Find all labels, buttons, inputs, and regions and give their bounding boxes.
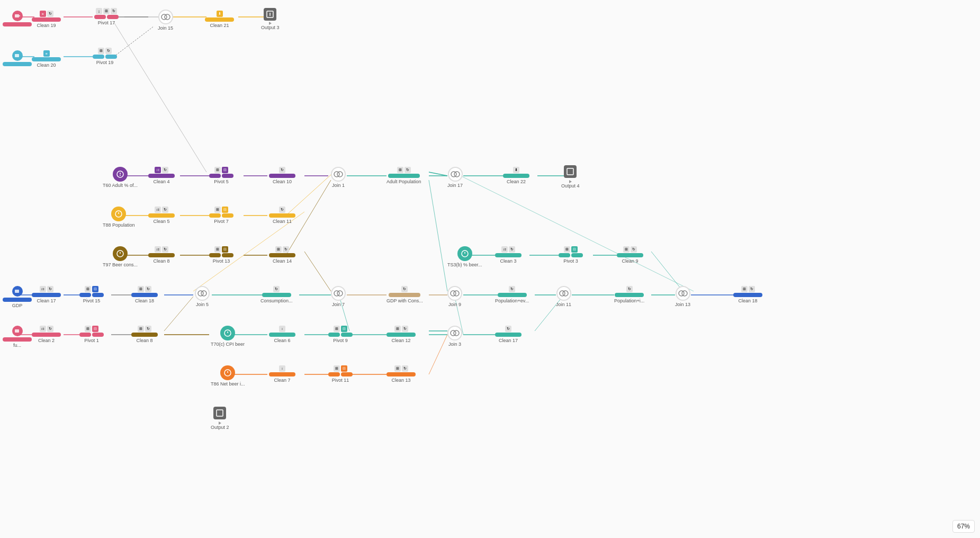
clean18b-node[interactable]: ⊞ ↻ Clean 18	[733, 286, 762, 303]
clean8b-icon2: ↻	[145, 326, 151, 332]
clean12-icon2: ↻	[402, 326, 408, 332]
clean5-sort-icon: ↕≡	[155, 207, 161, 213]
svg-point-95	[563, 291, 568, 296]
t60adult-node[interactable]: T60 Adult % of...	[103, 167, 138, 188]
output2-node[interactable]: Output 2	[211, 407, 229, 430]
ts3beer-node[interactable]: TS3(b) % beer...	[447, 246, 482, 267]
join13-node[interactable]: Join 13	[675, 286, 690, 307]
pophi-node[interactable]: ↻ Population+i...	[614, 286, 644, 303]
t88pop-label: T88 Population	[103, 222, 135, 228]
join17-node[interactable]: Join 17	[447, 167, 463, 188]
clean21-node[interactable]: ⬇ Clean 21	[205, 11, 234, 28]
clean17b-icons: ↻	[505, 326, 511, 332]
t70cpi-node[interactable]: T70(c) CPI beer	[211, 326, 245, 347]
consumption-node[interactable]: ↻ Consumption...	[260, 286, 293, 303]
svg-rect-66	[15, 14, 19, 17]
clean11-icon: ↻	[279, 207, 285, 213]
svg-point-69	[165, 14, 170, 20]
clean10-bar	[269, 174, 295, 178]
clean19-node[interactable]: ≡ ↻ Clean 19	[32, 11, 61, 28]
clean17b-node[interactable]: ↻ Clean 17	[495, 326, 522, 343]
clean17b-icon: ↻	[505, 326, 511, 332]
join1-label: Join 1	[332, 183, 345, 188]
t97beer-node[interactable]: T97 Beer cons...	[103, 246, 138, 267]
pivot11-node[interactable]: ⊞ ⊟ Pivot 11	[328, 365, 353, 383]
clean20-node[interactable]: ≡ Clean 20	[32, 50, 61, 68]
clean19-icon: ≡	[40, 11, 46, 17]
pivot13-label: Pivot 13	[213, 258, 230, 264]
clean3-sort-icon: ↕≡	[501, 246, 508, 253]
zoom-value: 67%	[957, 523, 970, 530]
clean11-node[interactable]: ↻ Clean 11	[269, 207, 295, 224]
clean7-node[interactable]: ↕ Clean 7	[269, 365, 295, 383]
pivot17-label: Pivot 17	[98, 20, 115, 25]
clean19-refresh-icon: ↻	[47, 11, 53, 17]
pivot5-node[interactable]: ⊞ ⊟ Pivot 5	[209, 167, 233, 184]
clean22-label: Clean 22	[507, 179, 526, 184]
pophi-icon: ↻	[626, 286, 633, 292]
clean19-icons: ≡ ↻	[40, 11, 53, 17]
clean5-node[interactable]: ↕≡ ↻ Clean 5	[148, 207, 175, 224]
clean14-icon1: ⊞	[275, 246, 282, 253]
consumption-icon: ↻	[273, 286, 280, 292]
fu-input-node[interactable]: fu...	[3, 326, 32, 348]
clean8-node[interactable]: ↕≡ ↻ Clean 8	[148, 246, 175, 264]
svg-point-91	[337, 291, 343, 296]
clean17-node[interactable]: ↕≡ ↻ Clean 17	[32, 286, 61, 303]
clean2-refresh-icon: ↻	[47, 326, 53, 332]
pivot5-bars	[209, 174, 233, 179]
join7-node[interactable]: Join 7	[331, 286, 346, 307]
input-node-1[interactable]	[3, 11, 32, 28]
pivot17-node[interactable]: ↕ ⊞ ↻ Pivot 17	[94, 8, 119, 25]
join11-node[interactable]: Join 11	[556, 286, 571, 307]
clean21-icons: ⬇	[217, 11, 223, 17]
poprev-node[interactable]: ↻ Population+ev...	[495, 286, 529, 303]
clean7-sort-icon: ↕	[279, 365, 285, 372]
pivot3-node[interactable]: ⊞ ⊟ Pivot 3	[559, 246, 583, 264]
adultpop-node[interactable]: ⊞ ↻ Adult Population	[386, 167, 421, 184]
output4-node[interactable]: Output 4	[561, 165, 580, 189]
gdpwcons-node[interactable]: ↻ GDP with Cons...	[386, 286, 423, 303]
clean2-node[interactable]: ↕≡ ↻ Clean 2	[32, 326, 61, 343]
pivot15-node[interactable]: ⊞ ⊟ Pivot 15	[79, 286, 104, 303]
gdpwcons-bar	[389, 293, 420, 297]
clean3-node[interactable]: ↕≡ ↻ Clean 3	[495, 246, 522, 264]
join15-node[interactable]: Join 15	[158, 10, 173, 31]
join1-node[interactable]: Join 1	[331, 167, 346, 188]
join3-label: Join 3	[448, 342, 461, 347]
clean13-node[interactable]: ⊞ ↻ Clean 13	[386, 365, 416, 383]
clean4-node[interactable]: ↕≡ ↻ Clean 4	[148, 167, 175, 184]
clean6-node[interactable]: ↕ Clean 6	[269, 326, 295, 343]
pivot19-node[interactable]: ⊞ ↻ Pivot 19	[93, 48, 117, 65]
workflow-canvas[interactable]: ≡ ↻ Clean 19 ↕ ⊞ ↻ Pivot 17 Join 15 ⬇ Cl…	[0, 0, 980, 538]
join9-node[interactable]: Join 9	[447, 286, 462, 307]
clean22-node[interactable]: ⬇ Clean 22	[503, 167, 529, 184]
t88pop-node[interactable]: T88 Population	[103, 207, 135, 228]
join3-node[interactable]: Join 3	[447, 326, 462, 347]
pivot13-node[interactable]: ⊞ ⊟ Pivot 13	[209, 246, 233, 264]
clean9-node[interactable]: ⊞ ↻ Clean 9	[617, 246, 643, 264]
clean18-node[interactable]: ⊞ ↻ Clean 18	[131, 286, 158, 303]
clean14-node[interactable]: ⊞ ↻ Clean 14	[269, 246, 295, 264]
pivot19-refresh-icon: ↻	[105, 48, 112, 54]
clean4-sort-icon: ↕≡	[155, 167, 161, 173]
pivot9-icons: ⊞ ⊟	[334, 326, 347, 332]
t97beer-label: T97 Beer cons...	[103, 262, 138, 267]
pivot7-node[interactable]: ⊞ ⊟ Pivot 7	[209, 207, 233, 224]
input-node-2[interactable]	[3, 50, 32, 67]
output3-node[interactable]: Output 3	[261, 8, 280, 30]
clean8b-node[interactable]: ⊞ ↻ Clean 8	[131, 326, 158, 343]
pivot9-node[interactable]: ⊞ ⊟ Pivot 9	[328, 326, 353, 343]
clean14-icon2: ↻	[283, 246, 289, 253]
output3-label: Output 3	[261, 25, 280, 30]
gdp-input-node[interactable]: GDP	[3, 286, 32, 308]
pivot17-bars	[94, 15, 119, 20]
t86beer-node[interactable]: T86 Net beer i...	[211, 365, 245, 387]
clean13-bar	[386, 372, 416, 376]
join5-node[interactable]: Join 5	[195, 286, 210, 307]
clean10-node[interactable]: ↻ Clean 10	[269, 167, 295, 184]
pivot1-node[interactable]: ⊞ ⊟ Pivot 1	[79, 326, 104, 343]
clean12-node[interactable]: ⊞ ↻ Clean 12	[386, 326, 416, 343]
clean17-sort-icon: ↕≡	[40, 286, 46, 292]
pivot5-icons: ⊞ ⊟	[214, 167, 228, 173]
